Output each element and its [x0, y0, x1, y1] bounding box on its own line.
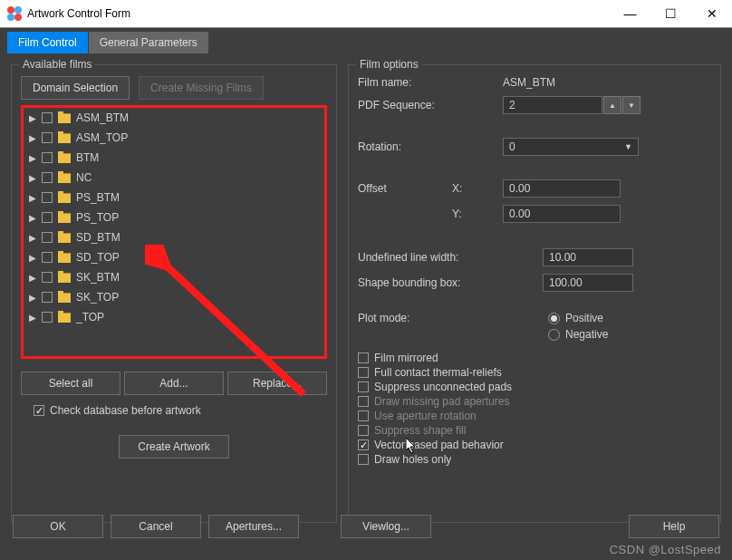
pdf-seq-up-button[interactable]: ▲: [603, 96, 621, 114]
film-checkbox[interactable]: [42, 232, 53, 243]
film-mirrored-checkbox[interactable]: [358, 352, 369, 363]
film-checkbox[interactable]: [42, 212, 53, 223]
expand-icon[interactable]: ▶: [29, 133, 36, 143]
window-title: Artwork Control Form: [27, 7, 610, 20]
plot-mode-label: Plot mode:: [358, 312, 548, 344]
folder-icon: [58, 133, 71, 143]
shape-bounding-box-label: Shape bounding box:: [358, 276, 543, 289]
chevron-down-icon: ▼: [624, 142, 632, 151]
apertures-button[interactable]: Apertures...: [208, 515, 299, 538]
film-checkbox[interactable]: [42, 312, 53, 323]
close-button[interactable]: ✕: [691, 0, 732, 27]
film-checkbox[interactable]: [42, 192, 53, 203]
select-all-button[interactable]: Select all: [21, 372, 120, 395]
tree-item: ▶_TOP: [24, 307, 324, 327]
expand-icon[interactable]: ▶: [29, 313, 36, 323]
expand-icon[interactable]: ▶: [29, 173, 36, 183]
suppress-pads-checkbox[interactable]: [358, 381, 369, 392]
vector-based-checkbox[interactable]: [358, 439, 369, 450]
add-button[interactable]: Add...: [124, 372, 224, 395]
tree-item: ▶ASM_BTM: [24, 108, 324, 128]
folder-icon: [58, 173, 71, 183]
full-contact-checkbox[interactable]: [358, 367, 369, 378]
folder-icon: [58, 313, 71, 323]
film-checkbox[interactable]: [42, 292, 53, 303]
offset-label: Offset: [358, 182, 452, 195]
tree-item: ▶SK_BTM: [24, 267, 324, 287]
tab-film-control[interactable]: Film Control: [7, 32, 88, 53]
expand-icon[interactable]: ▶: [29, 153, 36, 163]
minimize-button[interactable]: —: [610, 0, 650, 27]
negative-radio[interactable]: [548, 329, 560, 341]
film-checkbox[interactable]: [42, 112, 53, 123]
draw-holes-checkbox[interactable]: [358, 454, 369, 465]
offset-x-label: X:: [452, 182, 503, 195]
folder-icon: [58, 193, 71, 203]
folder-icon: [58, 153, 71, 163]
viewlog-button[interactable]: Viewlog...: [341, 515, 431, 538]
tree-item: ▶BTM: [24, 148, 324, 168]
film-name-label: Film name:: [358, 76, 503, 89]
tab-general-parameters[interactable]: General Parameters: [89, 32, 208, 53]
film-checkbox[interactable]: [42, 252, 53, 263]
create-artwork-button[interactable]: Create Artwork: [119, 435, 228, 459]
folder-icon: [58, 293, 71, 303]
expand-icon[interactable]: ▶: [29, 273, 36, 283]
film-checkbox[interactable]: [42, 172, 53, 183]
offset-y-input[interactable]: [503, 205, 621, 223]
use-aperture-checkbox: [358, 410, 369, 421]
domain-selection-button[interactable]: Domain Selection: [21, 76, 130, 100]
check-database-checkbox[interactable]: [34, 405, 44, 416]
positive-radio[interactable]: [548, 313, 560, 324]
tree-item: ▶SD_TOP: [24, 247, 324, 267]
folder-icon: [58, 273, 71, 283]
folder-icon: [58, 113, 71, 123]
pdf-sequence-label: PDF Sequence:: [358, 99, 503, 111]
shape-bounding-box-input[interactable]: [543, 274, 633, 292]
films-tree[interactable]: ▶ASM_BTM ▶ASM_TOP ▶BTM ▶NC ▶PS_BTM ▶PS_T…: [21, 105, 327, 359]
film-options-title: Film options: [356, 58, 422, 71]
rotation-label: Rotation:: [358, 140, 503, 153]
create-missing-films-button: Create Missing Films: [139, 76, 264, 100]
maximize-button[interactable]: ☐: [650, 0, 691, 27]
draw-missing-checkbox: [358, 396, 369, 407]
watermark: CSDN @LostSpeed: [610, 543, 721, 556]
rotation-select[interactable]: 0 ▼: [503, 138, 639, 156]
film-checkbox[interactable]: [42, 272, 53, 283]
film-checkbox[interactable]: [42, 132, 53, 143]
ok-button[interactable]: OK: [13, 515, 103, 538]
help-button[interactable]: Help: [629, 515, 719, 538]
available-films-title: Available films: [19, 58, 95, 71]
folder-icon: [58, 213, 71, 223]
tree-item: ▶ASM_TOP: [24, 128, 324, 148]
app-icon: [7, 6, 22, 21]
expand-icon[interactable]: ▶: [29, 233, 36, 243]
tree-item: ▶PS_TOP: [24, 208, 324, 227]
film-checkbox[interactable]: [42, 152, 53, 163]
folder-icon: [58, 233, 71, 243]
undefined-line-width-label: Undefined line width:: [358, 251, 543, 264]
replace-button[interactable]: Replace...: [227, 372, 327, 395]
tree-item: ▶PS_BTM: [24, 188, 324, 208]
offset-y-label: Y:: [452, 208, 503, 220]
film-name-value: ASM_BTM: [503, 76, 555, 89]
cancel-button[interactable]: Cancel: [111, 515, 201, 538]
expand-icon[interactable]: ▶: [29, 213, 36, 223]
pdf-sequence-input[interactable]: [503, 96, 602, 114]
expand-icon[interactable]: ▶: [29, 193, 36, 203]
tree-item: ▶SK_TOP: [24, 287, 324, 307]
tree-item: ▶NC: [24, 168, 324, 188]
tree-item: ▶SD_BTM: [24, 227, 324, 247]
expand-icon[interactable]: ▶: [29, 253, 36, 263]
expand-icon[interactable]: ▶: [29, 113, 36, 123]
undefined-line-width-input[interactable]: [543, 248, 633, 266]
expand-icon[interactable]: ▶: [29, 293, 36, 303]
pdf-seq-down-button[interactable]: ▼: [622, 96, 640, 114]
offset-x-input[interactable]: [503, 179, 621, 198]
check-database-label: Check database before artwork: [50, 404, 201, 417]
suppress-shape-checkbox: [358, 425, 369, 436]
folder-icon: [58, 253, 71, 263]
